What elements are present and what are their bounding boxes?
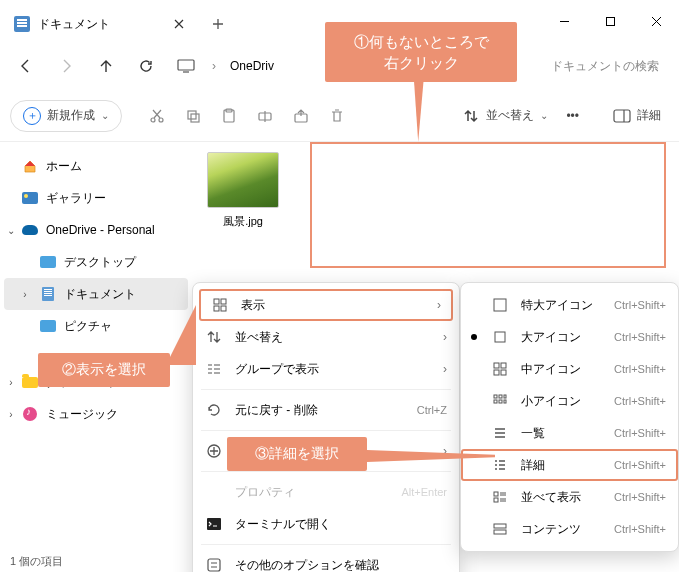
svg-rect-11 (214, 299, 219, 304)
download-icon (22, 374, 38, 390)
maximize-button[interactable] (587, 0, 633, 42)
md-icons-icon (491, 360, 509, 378)
menu-item-view[interactable]: 表示 › (199, 289, 453, 321)
svg-rect-28 (499, 400, 502, 403)
menu-shortcut: Ctrl+Z (417, 404, 447, 416)
sort-button[interactable]: 並べ替え ⌄ (454, 99, 556, 133)
menu-item-list[interactable]: 一覧 Ctrl+Shift+ (461, 417, 678, 449)
svg-rect-1 (178, 60, 194, 70)
expand-icon[interactable]: ⌄ (4, 225, 18, 236)
forward-button[interactable] (48, 48, 84, 84)
svg-rect-24 (494, 395, 497, 398)
breadcrumb-separator: › (208, 59, 220, 73)
menu-shortcut: Ctrl+Shift+ (614, 395, 666, 407)
menu-item-extra-large-icons[interactable]: 特大アイコン Ctrl+Shift+ (461, 289, 678, 321)
menu-label: 並べて表示 (521, 489, 602, 506)
menu-shortcut: Ctrl+Shift+ (614, 363, 666, 375)
svg-rect-27 (494, 400, 497, 403)
menu-item-small-icons[interactable]: 小アイコン Ctrl+Shift+ (461, 385, 678, 417)
tiles-icon (491, 488, 509, 506)
menu-item-terminal[interactable]: ターミナルで開く (193, 508, 459, 540)
menu-item-properties[interactable]: プロパティ Alt+Enter (193, 476, 459, 508)
menu-item-more-options[interactable]: その他のオプションを確認 (193, 549, 459, 572)
menu-item-large-icons[interactable]: 大アイコン Ctrl+Shift+ (461, 321, 678, 353)
pc-icon[interactable] (168, 48, 204, 84)
close-tab-icon[interactable] (172, 17, 186, 31)
paste-button[interactable] (212, 99, 246, 133)
menu-shortcut: Ctrl+Shift+ (614, 331, 666, 343)
sidebar-label: ホーム (46, 158, 82, 175)
sort-icon (205, 328, 223, 346)
chevron-right-icon: › (437, 298, 441, 312)
rename-button[interactable] (248, 99, 282, 133)
sidebar-item-onedrive[interactable]: ⌄ OneDrive - Personal (0, 214, 192, 246)
annotation-pointer-2 (166, 305, 196, 365)
share-icon (292, 107, 310, 125)
svg-rect-22 (494, 370, 499, 375)
tab-documents[interactable]: ドキュメント (0, 6, 200, 42)
sidebar-item-documents[interactable]: › ドキュメント (4, 278, 188, 310)
xl-icons-icon (491, 296, 509, 314)
menu-separator (201, 389, 451, 390)
refresh-button[interactable] (128, 48, 164, 84)
new-tab-button[interactable] (200, 6, 236, 42)
new-label: 新規作成 (47, 107, 95, 124)
menu-item-undo[interactable]: 元に戻す - 削除 Ctrl+Z (193, 394, 459, 426)
sidebar-item-music[interactable]: › ミュージック (0, 398, 192, 430)
menu-shortcut: Ctrl+Shift+ (614, 299, 666, 311)
sm-icons-icon (491, 392, 509, 410)
details-pane-button[interactable]: 詳細 (605, 99, 669, 133)
menu-item-group[interactable]: グループで表示 › (193, 353, 459, 385)
menu-item-medium-icons[interactable]: 中アイコン Ctrl+Shift+ (461, 353, 678, 385)
copy-button[interactable] (176, 99, 210, 133)
new-button[interactable]: ＋ 新規作成 ⌄ (10, 100, 122, 132)
menu-separator (201, 544, 451, 545)
sidebar-item-home[interactable]: ホーム (0, 150, 192, 182)
sidebar-item-desktop[interactable]: デスクトップ (0, 246, 192, 278)
menu-label: その他のオプションを確認 (235, 557, 447, 573)
dots-icon: ••• (566, 109, 579, 123)
expand-icon[interactable]: › (18, 289, 32, 300)
share-button[interactable] (284, 99, 318, 133)
content-icon (491, 520, 509, 538)
copy-icon (184, 107, 202, 125)
menu-label: 大アイコン (521, 329, 602, 346)
chevron-down-icon: ⌄ (101, 110, 109, 121)
svg-rect-30 (494, 492, 498, 496)
menu-item-tiles[interactable]: 並べて表示 Ctrl+Shift+ (461, 481, 678, 513)
details-icon (491, 456, 509, 474)
context-menu: 表示 › 並べ替え › グループで表示 › 元に戻す - 削除 Ctrl+Z 新… (192, 282, 460, 572)
chevron-down-icon: ⌄ (540, 110, 548, 121)
menu-item-content[interactable]: コンテンツ Ctrl+Shift+ (461, 513, 678, 545)
svg-rect-0 (606, 17, 614, 25)
sidebar-label: デスクトップ (64, 254, 136, 271)
pictures-icon (40, 318, 56, 334)
menu-label: コンテンツ (521, 521, 602, 538)
up-button[interactable] (88, 48, 124, 84)
sidebar-item-pictures[interactable]: ピクチャ (0, 310, 192, 342)
menu-item-sort[interactable]: 並べ替え › (193, 321, 459, 353)
delete-button[interactable] (320, 99, 354, 133)
sidebar-item-gallery[interactable]: ギャラリー (0, 182, 192, 214)
details-label: 詳細 (637, 107, 661, 124)
list-icon (491, 424, 509, 442)
chevron-right-icon: › (443, 330, 447, 344)
expand-icon[interactable]: › (4, 377, 18, 388)
cut-button[interactable] (140, 99, 174, 133)
breadcrumb-onedrive[interactable]: OneDriv (224, 55, 280, 77)
more-button[interactable]: ••• (558, 99, 587, 133)
annotation-callout-2: ②表示を選択 (38, 353, 170, 387)
svg-rect-12 (221, 299, 226, 304)
sort-icon (462, 107, 480, 125)
menu-item-details[interactable]: 詳細 Ctrl+Shift+ (461, 449, 678, 481)
menu-label: 中アイコン (521, 361, 602, 378)
details-pane-icon (613, 107, 631, 125)
minimize-button[interactable] (541, 0, 587, 42)
file-item[interactable]: 風景.jpg (204, 152, 282, 229)
close-window-button[interactable] (633, 0, 679, 42)
expand-icon[interactable]: › (4, 409, 18, 420)
menu-label: グループで表示 (235, 361, 431, 378)
search-input[interactable]: ドキュメントの検索 (551, 58, 671, 75)
back-button[interactable] (8, 48, 44, 84)
gallery-icon (22, 190, 38, 206)
